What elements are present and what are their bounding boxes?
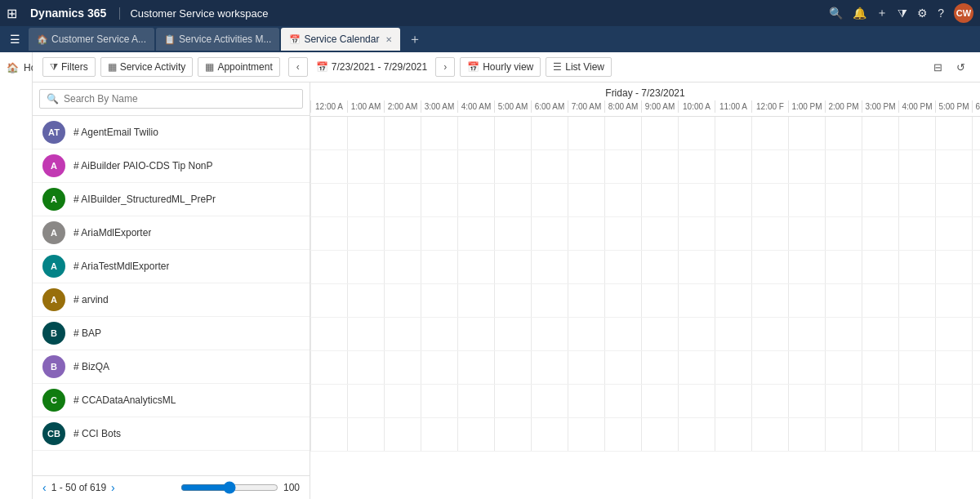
calendar-cell xyxy=(641,318,678,350)
tab-service-calendar[interactable]: 📅 Service Calendar ✕ xyxy=(281,28,400,51)
calendar-cell xyxy=(715,217,751,250)
filters-button[interactable]: ⧩ Filters xyxy=(42,57,96,77)
hourly-view-label: Hourly view xyxy=(483,61,533,73)
list-item[interactable]: A # arvind xyxy=(33,283,310,317)
list-item[interactable]: AT # AgentEmail Twilio xyxy=(33,116,310,149)
table-row xyxy=(310,418,980,452)
calendar-cell xyxy=(531,284,568,317)
calendar-cell xyxy=(972,351,980,384)
calendar-cell xyxy=(531,217,568,250)
tab-service-activities[interactable]: 📋 Service Activities M... xyxy=(156,28,279,51)
tab-close-service-calendar[interactable]: ✕ xyxy=(385,35,392,44)
zoom-slider[interactable] xyxy=(180,481,278,494)
time-slot-header: 12:00 A xyxy=(310,100,347,113)
zoom-value: 100 xyxy=(283,482,300,493)
calendar-cell xyxy=(494,117,531,149)
calendar-cell xyxy=(421,217,457,250)
calendar-cell xyxy=(384,117,421,149)
resource-name: # CCADataAnalyticsML xyxy=(74,394,176,406)
calendar-cell xyxy=(678,351,715,384)
calendar-cell xyxy=(751,318,788,350)
calendar-cell xyxy=(825,418,862,451)
prev-date-button[interactable]: ‹ xyxy=(288,57,308,77)
calendar-cell xyxy=(788,351,825,384)
calendar-cell xyxy=(384,184,421,216)
sidebar-item-home[interactable]: 🏠 Home xyxy=(0,59,32,77)
calendar-cell xyxy=(862,351,898,384)
calendar-cell xyxy=(641,117,678,149)
list-item[interactable]: A # AIBuilder_StructuredML_PrePr xyxy=(33,183,310,216)
calendar-cell xyxy=(898,117,935,149)
list-item[interactable]: A # AriaTestMdlExporter xyxy=(33,250,310,283)
next-date-button[interactable]: › xyxy=(435,57,455,77)
calendar-cell xyxy=(421,150,457,183)
list-item[interactable]: A # AriaMdlExporter xyxy=(33,216,310,250)
calendar-cell xyxy=(568,284,604,317)
calendar-cell xyxy=(862,251,898,283)
calendar-cell xyxy=(715,251,751,283)
calendar-cell xyxy=(604,117,641,149)
calendar-cell xyxy=(568,217,604,250)
hourly-view-button[interactable]: 📅 Hourly view xyxy=(460,57,541,77)
filter-icon[interactable]: ⧩ xyxy=(898,7,907,20)
table-row xyxy=(310,351,980,385)
calendar-cell xyxy=(347,217,384,250)
calendar-cell xyxy=(457,385,494,417)
tab-customer-service[interactable]: 🏠 Customer Service A... xyxy=(29,28,154,51)
prev-page-button[interactable]: ‹ xyxy=(42,481,47,494)
grid-icon[interactable]: ⊞ xyxy=(7,6,17,21)
calendar-cell xyxy=(751,217,788,250)
list-item[interactable]: A # AiBuilder PAIO-CDS Tip NonP xyxy=(33,149,310,183)
resource-avatar: A xyxy=(42,154,65,177)
calendar-cell xyxy=(641,418,678,451)
user-avatar[interactable]: CW xyxy=(954,3,973,23)
calendar-body xyxy=(310,117,980,499)
calendar-cell xyxy=(531,150,568,183)
resource-avatar: B xyxy=(42,322,65,345)
table-row xyxy=(310,217,980,251)
add-icon[interactable]: ＋ xyxy=(876,6,888,20)
calendar-cell xyxy=(310,217,347,250)
refresh-icon[interactable]: ↺ xyxy=(951,57,970,77)
list-item[interactable]: CB # CCI Bots xyxy=(33,417,310,451)
calendar-cell xyxy=(715,351,751,384)
help-icon[interactable]: ? xyxy=(938,7,944,20)
bell-icon[interactable]: 🔔 xyxy=(853,7,866,20)
calendar-cell xyxy=(310,351,347,384)
next-page-button[interactable]: › xyxy=(111,481,115,494)
appointment-button[interactable]: ▦ Appointment xyxy=(198,57,279,77)
calendar-cell xyxy=(604,150,641,183)
hamburger-icon[interactable]: ☰ xyxy=(3,33,27,46)
search-input[interactable] xyxy=(64,93,296,105)
tab-icon-customer-service: 🏠 xyxy=(37,34,48,45)
tab-bar: ☰ 🏠 Customer Service A... 📋 Service Acti… xyxy=(0,26,980,52)
calendar-cell xyxy=(347,184,384,216)
calendar-cell xyxy=(862,385,898,417)
calendar-cell xyxy=(531,117,568,149)
resource-avatar: CB xyxy=(42,422,65,445)
time-slot-header: 11:00 A xyxy=(715,100,751,113)
calendar-cell xyxy=(788,150,825,183)
calendar-cell xyxy=(641,184,678,216)
calendar-cell xyxy=(678,150,715,183)
add-tab-button[interactable]: ＋ xyxy=(402,31,428,48)
service-activity-button[interactable]: ▦ Service Activity xyxy=(100,57,194,77)
list-item[interactable]: B # BizQA xyxy=(33,350,310,384)
list-item[interactable]: C # CCADataAnalyticsML xyxy=(33,384,310,417)
search-input-wrap[interactable]: 🔍 xyxy=(39,89,303,109)
calendar-cell xyxy=(494,351,531,384)
search-icon[interactable]: 🔍 xyxy=(829,7,843,20)
calendar-cell xyxy=(421,351,457,384)
calendar-cell xyxy=(347,251,384,283)
column-view-icon[interactable]: ⊟ xyxy=(928,57,947,77)
list-item[interactable]: B # BAP xyxy=(33,317,310,350)
calendar-cell xyxy=(310,117,347,149)
resource-name: # AriaTestMdlExporter xyxy=(74,261,169,272)
calendar-cell xyxy=(898,284,935,317)
list-view-button[interactable]: ☰ List View xyxy=(546,57,612,77)
filter-icon: ⧩ xyxy=(50,61,58,73)
calendar-cell xyxy=(678,284,715,317)
app-name: Customer Service workspace xyxy=(119,7,278,20)
settings-icon[interactable]: ⚙ xyxy=(917,7,928,20)
calendar-cell xyxy=(310,318,347,350)
